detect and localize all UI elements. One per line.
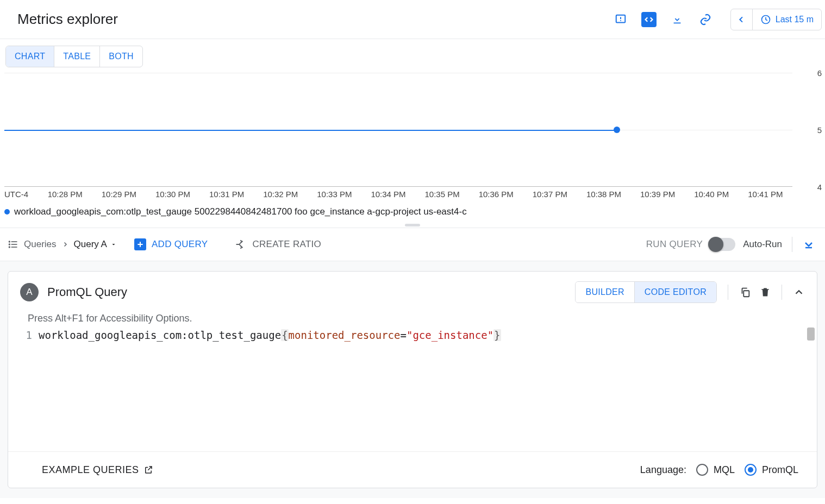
y-tick: 4 <box>817 182 822 192</box>
chart: 6 5 4 UTC-4 10:28 PM 10:29 PM 10:30 PM 1… <box>0 58 825 220</box>
query-card: A PromQL Query BUILDER CODE EDITOR Press… <box>8 271 817 488</box>
plus-icon <box>134 238 146 250</box>
time-range-prev-button[interactable] <box>731 9 753 30</box>
auto-run-toggle[interactable] <box>710 238 735 251</box>
divider <box>782 285 782 300</box>
token-string: "gce_instance" <box>407 329 493 341</box>
download-icon[interactable] <box>670 12 685 27</box>
legend-label: workload_googleapis_com:otlp_test_gauge … <box>14 206 467 217</box>
line-number: 1 <box>22 327 32 343</box>
code-editor[interactable]: 1 workload_googleapis_com:otlp_test_gaug… <box>8 326 817 451</box>
query-toolbar: Queries Query A ADD QUERY CREATE RATIO R… <box>0 228 825 261</box>
chevron-right-icon <box>62 241 68 248</box>
header-actions: Last 15 m <box>613 9 825 30</box>
auto-run-label: Auto-Run <box>743 239 782 250</box>
page-title: Metrics explorer <box>17 11 118 28</box>
x-tick: 10:32 PM <box>254 190 308 199</box>
divider <box>728 285 728 300</box>
accessibility-hint: Press Alt+F1 for Accessibility Options. <box>8 313 817 326</box>
resize-handle[interactable] <box>405 224 420 226</box>
copy-icon[interactable] <box>739 286 751 298</box>
x-tick: 10:29 PM <box>92 190 146 199</box>
add-query-button[interactable]: ADD QUERY <box>134 238 208 250</box>
query-badge: A <box>20 283 39 301</box>
example-queries-link[interactable]: EXAMPLE QUERIES <box>42 464 153 476</box>
language-promql[interactable]: PromQL <box>745 464 798 476</box>
y-tick: 6 <box>817 68 822 78</box>
code-icon[interactable] <box>641 12 657 27</box>
time-range-button[interactable]: Last 15 m <box>753 14 821 25</box>
x-tick: 10:41 PM <box>739 190 792 199</box>
app-header: Metrics explorer Last 15 m <box>0 0 825 39</box>
code-line: workload_googleapis_com:otlp_test_gauge{… <box>39 327 501 445</box>
radio-mql[interactable] <box>696 464 708 476</box>
svg-rect-13 <box>743 291 749 297</box>
svg-point-7 <box>9 241 10 242</box>
breadcrumb: Queries Query A <box>8 239 117 250</box>
scrollbar-thumb[interactable] <box>807 327 815 341</box>
svg-point-2 <box>620 20 621 21</box>
token-label-key: monitored_resource <box>289 329 401 341</box>
feedback-icon[interactable] <box>613 12 628 27</box>
y-tick: 5 <box>817 125 822 135</box>
language-selector: Language: MQL PromQL <box>640 464 798 476</box>
link-icon[interactable] <box>698 12 713 27</box>
line-gutter: 1 <box>22 327 39 445</box>
svg-point-9 <box>9 247 10 248</box>
timezone-label: UTC-4 <box>4 190 28 199</box>
time-range-picker: Last 15 m <box>730 9 822 30</box>
query-card-footer: EXAMPLE QUERIES Language: MQL PromQL <box>8 451 817 488</box>
collapse-all-button[interactable] <box>802 238 815 251</box>
x-tick: 10:38 PM <box>577 190 630 199</box>
x-tick: 10:33 PM <box>308 190 361 199</box>
x-tick: 10:36 PM <box>469 190 523 199</box>
language-label: Language: <box>640 464 686 476</box>
x-tick: 10:31 PM <box>200 190 254 199</box>
editor-mode-toggle: BUILDER CODE EDITOR <box>575 281 717 303</box>
divider <box>792 237 792 252</box>
query-card-title: PromQL Query <box>47 285 127 299</box>
x-tick: 10:37 PM <box>523 190 577 199</box>
dropdown-icon <box>110 241 117 248</box>
x-tick: 10:40 PM <box>685 190 739 199</box>
token-brace: } <box>493 329 501 341</box>
x-tick: 10:28 PM <box>38 190 92 199</box>
chart-line-series-0 <box>4 130 617 131</box>
breadcrumb-current[interactable]: Query A <box>74 239 117 250</box>
code-editor-mode-button[interactable]: CODE EDITOR <box>634 282 716 303</box>
run-query-button[interactable]: RUN QUERY <box>646 239 703 250</box>
create-ratio-button[interactable]: CREATE RATIO <box>235 238 321 250</box>
chart-last-point <box>614 127 620 133</box>
legend-swatch <box>4 209 10 215</box>
builder-mode-button[interactable]: BUILDER <box>576 282 634 303</box>
token-equals: = <box>400 329 406 341</box>
list-icon <box>8 239 18 250</box>
query-card-area: A PromQL Query BUILDER CODE EDITOR Press… <box>0 261 825 498</box>
chart-legend[interactable]: workload_googleapis_com:otlp_test_gauge … <box>4 206 467 217</box>
x-tick: 10:34 PM <box>361 190 415 199</box>
collapse-card-button[interactable] <box>793 286 805 298</box>
ratio-icon <box>235 238 247 250</box>
chart-plot[interactable]: 6 5 4 <box>4 73 792 187</box>
breadcrumb-root[interactable]: Queries <box>24 239 57 250</box>
radio-promql[interactable] <box>745 464 757 476</box>
delete-icon[interactable] <box>760 286 771 298</box>
token-metric: workload_googleapis_com:otlp_test_gauge <box>39 329 281 341</box>
x-tick: 10:30 PM <box>146 190 199 199</box>
x-tick: 10:35 PM <box>415 190 469 199</box>
query-card-header: A PromQL Query BUILDER CODE EDITOR <box>8 272 817 313</box>
x-tick: 10:39 PM <box>631 190 685 199</box>
language-mql[interactable]: MQL <box>696 464 735 476</box>
external-link-icon <box>143 465 153 475</box>
svg-point-8 <box>9 244 10 245</box>
time-range-label: Last 15 m <box>776 15 814 24</box>
chart-section: CHART TABLE BOTH 6 5 4 UTC-4 10:28 PM 10… <box>0 39 825 228</box>
token-brace: { <box>281 329 288 341</box>
x-axis: UTC-4 10:28 PM 10:29 PM 10:30 PM 10:31 P… <box>4 190 792 199</box>
